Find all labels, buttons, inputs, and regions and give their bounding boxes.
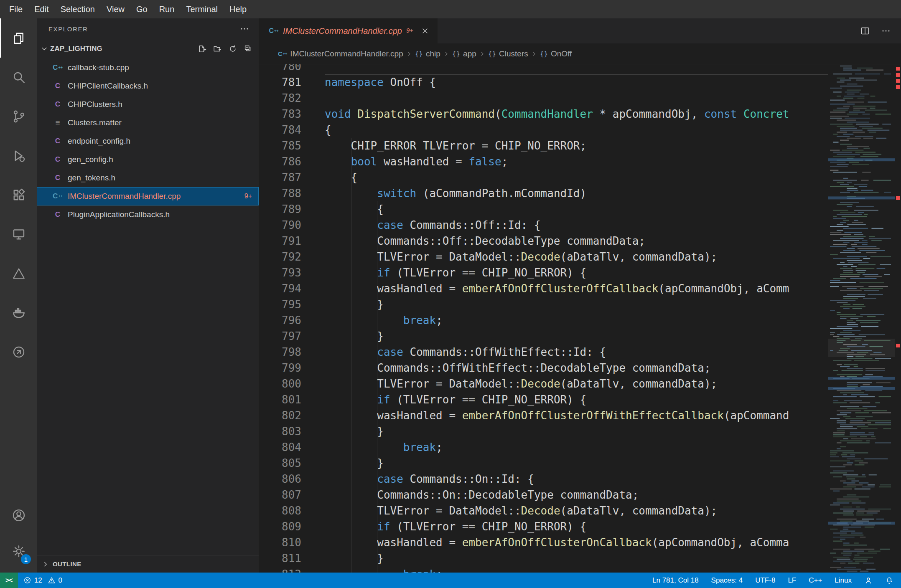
line-number[interactable]: 782 — [259, 90, 325, 106]
code-line-793[interactable]: 793 if (TLVError == CHIP_NO_ERROR) { — [259, 265, 828, 281]
line-number[interactable]: 811 — [259, 550, 325, 566]
tab-imclustercommandhandler[interactable]: C IMClusterCommandHandler.cpp 9+ — [259, 18, 438, 43]
code-line-782[interactable]: 782 — [259, 90, 828, 106]
split-editor-button[interactable] — [860, 26, 870, 36]
folder-section-header[interactable]: ZAP_LIGHTING — [37, 39, 259, 58]
code-line-784[interactable]: 784{ — [259, 122, 828, 138]
line-number[interactable]: 806 — [259, 471, 325, 487]
code-line-794[interactable]: 794 wasHandled = emberAfOnOffClusterOffC… — [259, 281, 828, 297]
line-number[interactable]: 800 — [259, 376, 325, 392]
activity-run-debug[interactable] — [0, 136, 37, 175]
line-number[interactable]: 802 — [259, 408, 325, 423]
code-line-804[interactable]: 804 break; — [259, 439, 828, 455]
code-line-786[interactable]: 786 bool wasHandled = false; — [259, 154, 828, 170]
code-line-792[interactable]: 792 TLVError = DataModel::Decode(aDataTl… — [259, 249, 828, 265]
file-item-gen_tokens.h[interactable]: Cgen_tokens.h — [37, 169, 259, 187]
line-number[interactable]: 785 — [259, 138, 325, 154]
code-line-802[interactable]: 802 wasHandled = emberAfOnOffClusterOffW… — [259, 408, 828, 423]
code-line-796[interactable]: 796 break; — [259, 312, 828, 328]
activity-settings[interactable]: 1 — [0, 533, 37, 569]
file-item-IMClusterCommandHandler.cpp[interactable]: CIMClusterCommandHandler.cpp9+ — [37, 187, 259, 205]
activity-search[interactable] — [0, 58, 37, 97]
line-number[interactable]: 809 — [259, 519, 325, 535]
activity-remote-explorer[interactable] — [0, 215, 37, 254]
line-number[interactable]: 784 — [259, 122, 325, 138]
file-item-PluginApplicationCallbacks.h[interactable]: CPluginApplicationCallbacks.h — [37, 205, 259, 224]
line-number[interactable]: 787 — [259, 170, 325, 185]
line-number[interactable]: 801 — [259, 392, 325, 408]
menu-item-selection[interactable]: Selection — [55, 0, 101, 18]
code-line-803[interactable]: 803 } — [259, 423, 828, 439]
code-line-807[interactable]: 807 Commands::On::DecodableType commandD… — [259, 487, 828, 503]
line-number[interactable]: 780 — [259, 64, 325, 74]
code-line-785[interactable]: 785 CHIP_ERROR TLVError = CHIP_NO_ERROR; — [259, 138, 828, 154]
line-number[interactable]: 789 — [259, 201, 325, 217]
activity-account[interactable] — [0, 497, 37, 533]
line-number[interactable]: 799 — [259, 360, 325, 376]
code-line-812[interactable]: 812 break; — [259, 566, 828, 573]
new-file-button[interactable] — [197, 44, 206, 53]
status-remote-os[interactable]: Linux — [835, 576, 852, 585]
file-item-CHIPClientCallbacks.h[interactable]: CCHIPClientCallbacks.h — [37, 77, 259, 95]
file-item-endpoint_config.h[interactable]: Cendpoint_config.h — [37, 132, 259, 150]
outline-section[interactable]: OUTLINE — [37, 555, 259, 573]
code-line-781[interactable]: 781namespace OnOff { — [259, 74, 828, 90]
remote-indicator[interactable]: >< — [0, 573, 18, 588]
code-line-791[interactable]: 791 Commands::Off::DecodableType command… — [259, 233, 828, 249]
code-line-790[interactable]: 790 case Commands::Off::Id: { — [259, 217, 828, 233]
explorer-more-actions-button[interactable] — [239, 24, 249, 34]
line-number[interactable]: 798 — [259, 344, 325, 360]
line-number[interactable]: 793 — [259, 265, 325, 281]
status-indentation[interactable]: Spaces: 4 — [711, 576, 743, 585]
code-line-783[interactable]: 783void DispatchServerCommand(CommandHan… — [259, 106, 828, 122]
menu-item-run[interactable]: Run — [153, 0, 181, 18]
menu-item-file[interactable]: File — [3, 0, 28, 18]
line-number[interactable]: 812 — [259, 566, 325, 573]
breadcrumb-chip[interactable]: {}chip — [415, 49, 440, 58]
line-number[interactable]: 810 — [259, 535, 325, 550]
minimap[interactable] — [828, 64, 895, 573]
code-line-806[interactable]: 806 case Commands::On::Id: { — [259, 471, 828, 487]
breadcrumb-Clusters[interactable]: {}Clusters — [488, 49, 528, 58]
code-line-797[interactable]: 797 } — [259, 328, 828, 344]
menu-item-help[interactable]: Help — [224, 0, 252, 18]
menu-item-go[interactable]: Go — [130, 0, 153, 18]
code-line-809[interactable]: 809 if (TLVError == CHIP_NO_ERROR) { — [259, 519, 828, 535]
line-number[interactable]: 797 — [259, 328, 325, 344]
scrollbar[interactable] — [895, 64, 901, 573]
editor-more-actions-button[interactable] — [881, 26, 891, 36]
line-number[interactable]: 790 — [259, 217, 325, 233]
line-number[interactable]: 791 — [259, 233, 325, 249]
line-number[interactable]: 783 — [259, 106, 325, 122]
code-line-801[interactable]: 801 if (TLVError == CHIP_NO_ERROR) { — [259, 392, 828, 408]
new-folder-button[interactable] — [213, 44, 222, 53]
breadcrumb-IMClusterCommandHandler.cpp[interactable]: CIMClusterCommandHandler.cpp — [278, 49, 403, 58]
code-line-798[interactable]: 798 case Commands::OffWithEffect::Id: { — [259, 344, 828, 360]
status-language[interactable]: C++ — [809, 576, 822, 585]
line-number[interactable]: 786 — [259, 154, 325, 170]
problems-status[interactable]: 12 0 — [18, 576, 70, 585]
line-number[interactable]: 794 — [259, 281, 325, 297]
menu-item-edit[interactable]: Edit — [28, 0, 54, 18]
activity-triangle-tool[interactable] — [0, 254, 37, 293]
breadcrumb-OnOff[interactable]: {}OnOff — [540, 49, 572, 58]
line-number[interactable]: 808 — [259, 503, 325, 519]
status-cursor-position[interactable]: Ln 781, Col 18 — [652, 576, 699, 585]
code-line-808[interactable]: 808 TLVError = DataModel::Decode(aDataTl… — [259, 503, 828, 519]
status-encoding[interactable]: UTF-8 — [755, 576, 775, 585]
activity-docker[interactable] — [0, 293, 37, 332]
code-line-789[interactable]: 789 { — [259, 201, 828, 217]
activity-extensions[interactable] — [0, 175, 37, 215]
feedback-icon[interactable] — [864, 576, 873, 585]
file-item-CHIPClusters.h[interactable]: CCHIPClusters.h — [37, 95, 259, 114]
line-number[interactable]: 807 — [259, 487, 325, 503]
menu-item-view[interactable]: View — [101, 0, 130, 18]
code-editor[interactable]: 780781namespace OnOff {782783void Dispat… — [259, 64, 901, 573]
code-line-800[interactable]: 800 TLVError = DataModel::Decode(aDataTl… — [259, 376, 828, 392]
breadcrumb-app[interactable]: {}app — [452, 49, 476, 58]
notifications-bell-icon[interactable] — [885, 576, 893, 585]
code-line-799[interactable]: 799 Commands::OffWithEffect::DecodableTy… — [259, 360, 828, 376]
line-number[interactable]: 803 — [259, 423, 325, 439]
code-line-787[interactable]: 787 { — [259, 170, 828, 185]
line-number[interactable]: 804 — [259, 439, 325, 455]
